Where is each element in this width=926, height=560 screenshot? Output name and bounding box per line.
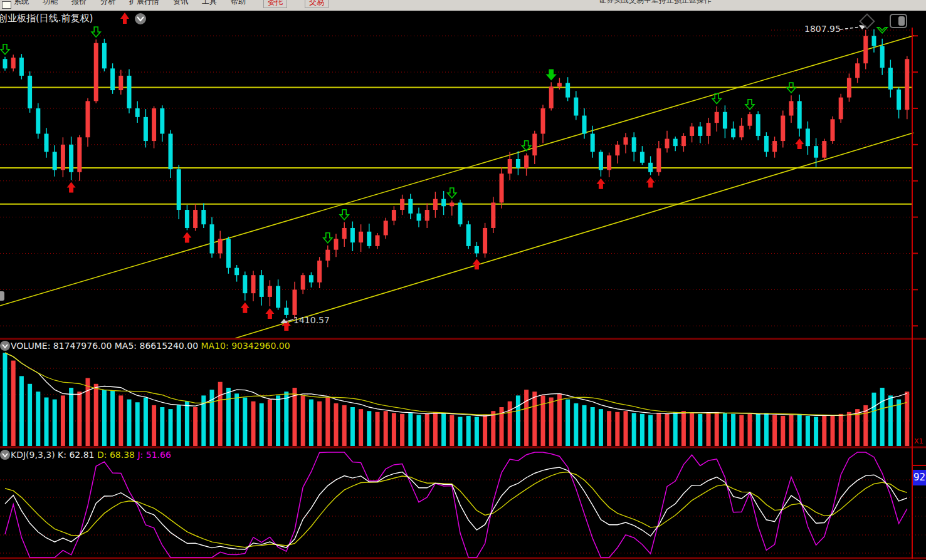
candle-body: [408, 199, 413, 214]
menu-item-7[interactable]: 帮助: [231, 0, 246, 8]
candle-body: [731, 128, 735, 137]
sell-arrow-icon: [712, 93, 721, 103]
candle-body: [557, 83, 562, 86]
chart-canvas[interactable]: [0, 0, 926, 560]
sell-arrow-icon: [324, 233, 332, 243]
title-collapse-circle[interactable]: [135, 13, 146, 24]
volume-bar: [417, 415, 421, 446]
candle-body: [28, 76, 32, 108]
candle-body: [433, 199, 438, 210]
buy-arrow-icon: [282, 320, 291, 331]
chevron-down-icon[interactable]: [3, 345, 8, 348]
high-label-arrow: [840, 27, 860, 29]
kdj-j-value: J: 51.66: [137, 450, 171, 460]
menu-item-6[interactable]: 工具: [202, 0, 217, 8]
instrument-title: 创业板指(日线.前复权): [0, 13, 93, 24]
volume-bar: [648, 415, 653, 446]
candle-body: [690, 127, 694, 136]
volume-bar: [441, 413, 446, 446]
candle-body: [251, 275, 256, 293]
kdj-collapse-circle[interactable]: [0, 450, 10, 460]
candle-body: [218, 239, 223, 253]
volume-bar: [656, 413, 661, 446]
volume-bar: [615, 412, 619, 446]
candle-body: [574, 98, 578, 116]
candle-body: [384, 220, 388, 235]
volume-bar: [102, 390, 107, 446]
volume-bar: [218, 382, 223, 446]
sell-arrow-icon: [1, 44, 9, 54]
candle-body: [491, 202, 495, 228]
candle-body: [698, 127, 702, 136]
candle-body: [582, 116, 587, 134]
candle-body: [135, 108, 140, 117]
kdj-indicator-row: KDJ(9,3,3) K: 62.81 D: 68.38 J: 51.66: [11, 450, 171, 460]
menu-item-5[interactable]: 资讯: [173, 0, 188, 8]
candle-body: [831, 119, 835, 141]
volume-bar: [293, 388, 297, 446]
volume-bar: [532, 391, 537, 446]
candle-body: [781, 116, 785, 142]
candle-body: [301, 275, 305, 289]
low-label-arrow: [282, 319, 293, 323]
candle-body: [599, 152, 603, 170]
volume-bar: [77, 391, 82, 446]
candle-body: [723, 112, 727, 129]
volume-collapse-circle[interactable]: [0, 341, 10, 351]
volume-bar: [317, 402, 322, 446]
volume-bar: [748, 414, 752, 446]
volume-bar: [94, 384, 98, 446]
candle-body: [367, 232, 371, 246]
menu-hot-item-0[interactable]: 委托: [263, 0, 287, 8]
candle-body: [392, 210, 396, 220]
menu-item-0[interactable]: 系统: [14, 0, 29, 8]
window-icon[interactable]: [2, 1, 11, 9]
volume-bar: [863, 405, 868, 446]
menu-hot-item-1[interactable]: 交易: [305, 0, 329, 8]
volume-bar: [45, 398, 49, 447]
menu-item-1[interactable]: 功能: [43, 0, 58, 8]
chevron-down-icon[interactable]: [3, 454, 8, 457]
candle-body: [632, 137, 636, 152]
candle-body: [417, 214, 421, 221]
diamond-icon[interactable]: [860, 14, 875, 29]
volume-bar: [400, 414, 404, 446]
left-edge-handle[interactable]: [0, 291, 4, 301]
menu-items: 系统功能报价分析扩展行情资讯工具帮助委托交易: [14, 0, 329, 8]
volume-bar: [350, 407, 355, 446]
candle-body: [656, 148, 661, 172]
volume-bar: [707, 413, 711, 446]
candle-body: [309, 275, 313, 283]
candle-body: [177, 169, 181, 210]
split-view-icon[interactable]: [890, 14, 907, 28]
volume-bar: [715, 412, 719, 446]
candle-body: [872, 36, 876, 46]
trend-up-icon[interactable]: [120, 13, 129, 24]
candle-body: [524, 155, 529, 168]
kdj-axis-value-badge: 92: [913, 470, 926, 485]
volume-bar: [822, 416, 826, 446]
volume-bar: [177, 405, 181, 446]
menu-item-3[interactable]: 分析: [100, 0, 115, 8]
candle-body: [185, 210, 189, 228]
volume-bar: [855, 409, 860, 446]
buy-arrow-icon: [596, 179, 605, 189]
volume-bar: [483, 415, 487, 446]
candle-body: [77, 137, 82, 172]
volume-bar: [359, 409, 363, 446]
candle-body: [102, 43, 107, 69]
volume-bar: [342, 405, 347, 446]
menu-item-4[interactable]: 扩展行情: [129, 0, 159, 8]
volume-bar: [11, 361, 16, 446]
menu-item-2[interactable]: 报价: [71, 0, 87, 8]
candle-body: [293, 289, 297, 315]
volume-bar: [376, 412, 380, 446]
buy-arrow-icon: [472, 259, 481, 269]
candle-body: [284, 308, 288, 315]
candle-body: [94, 43, 98, 101]
buy-arrow-icon: [646, 177, 655, 187]
candle-body: [888, 68, 893, 90]
candle-body: [624, 137, 628, 145]
chevron-down-icon[interactable]: [137, 17, 144, 21]
diagonal-trendline: [0, 36, 913, 306]
